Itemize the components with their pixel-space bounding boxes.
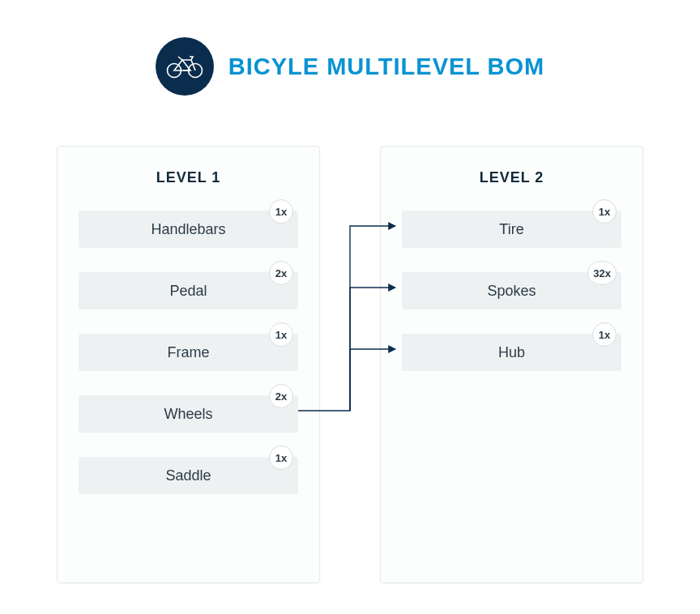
level-1-panel: LEVEL 1 1x Handlebars 2x Pedal 1x Frame …: [57, 146, 320, 583]
diagram-title: BICYLE MULTILEVEL BOM: [228, 53, 544, 80]
item-label: Handlebars: [79, 211, 298, 248]
bom-item: 1x Hub: [402, 334, 621, 371]
diagram-header: BICYLE MULTILEVEL BOM: [0, 0, 700, 96]
bom-columns: LEVEL 1 1x Handlebars 2x Pedal 1x Frame …: [57, 146, 643, 583]
item-label: Wheels: [79, 395, 298, 433]
level-2-panel: LEVEL 2 1x Tire 32x Spokes 1x Hub: [380, 146, 643, 583]
level-2-title: LEVEL 2: [402, 169, 621, 186]
qty-badge: 1x: [269, 446, 293, 470]
bom-item: 1x Handlebars: [79, 211, 298, 248]
bicycle-icon: [156, 37, 214, 96]
bom-item: 1x Saddle: [79, 457, 298, 494]
qty-badge: 2x: [269, 261, 293, 285]
bom-item: 1x Tire: [402, 211, 621, 248]
bom-item: 32x Spokes: [402, 272, 621, 309]
qty-badge: 2x: [269, 384, 293, 408]
item-label: Frame: [79, 334, 298, 371]
qty-badge: 1x: [592, 199, 617, 224]
item-label: Hub: [402, 334, 621, 371]
qty-badge: 32x: [587, 261, 617, 285]
level-1-title: LEVEL 1: [79, 169, 298, 186]
qty-badge: 1x: [592, 322, 617, 347]
bom-item: 2x Wheels: [79, 395, 298, 433]
bom-item: 2x Pedal: [79, 272, 298, 309]
qty-badge: 1x: [269, 322, 293, 347]
item-label: Tire: [402, 211, 621, 248]
bom-item: 1x Frame: [79, 334, 298, 371]
item-label: Saddle: [79, 457, 298, 494]
item-label: Pedal: [79, 272, 298, 309]
qty-badge: 1x: [269, 199, 293, 224]
